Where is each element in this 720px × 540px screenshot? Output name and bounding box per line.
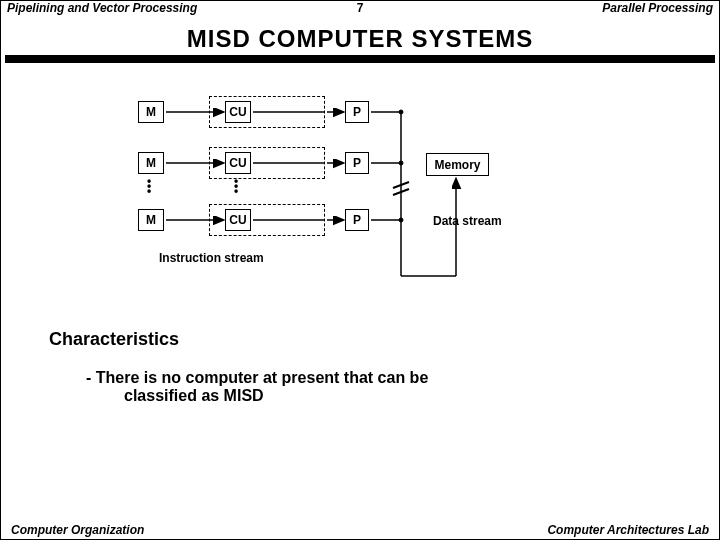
characteristics-heading: Characteristics bbox=[49, 329, 179, 350]
misd-diagram: M CU P M CU P ••• ••• M CU P Memory Data… bbox=[1, 81, 719, 301]
page-title: MISD COMPUTER SYSTEMS bbox=[1, 25, 719, 53]
characteristics-bullet: - There is no computer at present that c… bbox=[86, 369, 586, 405]
slide: Pipelining and Vector Processing 7 Paral… bbox=[0, 0, 720, 540]
header-left: Pipelining and Vector Processing bbox=[7, 1, 197, 19]
diagram-connectors bbox=[1, 81, 720, 301]
page-number: 7 bbox=[357, 1, 364, 15]
svg-point-17 bbox=[399, 218, 403, 222]
bullet-line-1: - There is no computer at present that c… bbox=[86, 369, 428, 386]
svg-point-15 bbox=[399, 110, 403, 114]
header: Pipelining and Vector Processing 7 Paral… bbox=[1, 1, 719, 19]
footer-right: Computer Architectures Lab bbox=[547, 523, 709, 537]
bullet-line-2: classified as MISD bbox=[86, 387, 586, 405]
footer-left: Computer Organization bbox=[11, 523, 144, 537]
header-right: Parallel Processing bbox=[602, 1, 713, 19]
title-divider bbox=[5, 55, 715, 63]
footer: Computer Organization Computer Architect… bbox=[1, 523, 719, 537]
svg-point-16 bbox=[399, 161, 403, 165]
